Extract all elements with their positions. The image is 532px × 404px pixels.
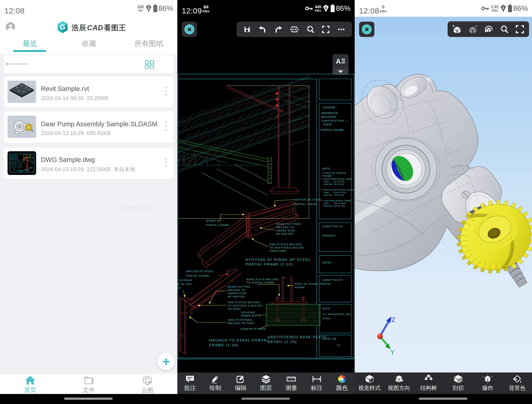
svg-text:HOLDING: HOLDING (241, 311, 255, 314)
svg-text:TIFFENER: TIFFENER (177, 279, 192, 282)
svg-text:BUILDING: BUILDING (322, 115, 336, 118)
svg-text:DATED :: DATED : (323, 261, 333, 264)
svg-text:NOTE :: NOTE : (323, 167, 332, 170)
svg-text:PORTAL FRAME (1:10): PORTAL FRAME (1:10) (246, 262, 293, 266)
svg-text:SHORT-SPAN PORTAL FRAME: SHORT-SPAN PORTAL FRAME (323, 178, 352, 180)
svg-text:STIFFING AT RIDGE OF STEEL: STIFFING AT RIDGE OF STEEL (246, 258, 311, 262)
svg-text:ADVANCED: ADVANCED (322, 112, 338, 115)
svg-text:UNDER SIDE: UNDER SIDE (228, 292, 247, 295)
svg-text:WELDED TO POST: WELDED TO POST (228, 322, 255, 325)
svg-text:DETAIL (1:10): DETAIL (1:10) (268, 340, 297, 344)
svg-text:SPAN : UP TO 15M: SPAN : UP TO 15M (323, 181, 344, 183)
svg-text:LONG-SPAN PORTAL FRAME: LONG-SPAN PORTAL FRAME (323, 200, 351, 202)
svg-text:TYPES OF PORTAL: TYPES OF PORTAL (323, 172, 347, 174)
svg-text:FRAME :: FRAME : (323, 175, 333, 177)
svg-text:G: G (60, 23, 65, 31)
svg-text:UNDER SIDE: UNDER SIDE (276, 229, 295, 232)
svg-text:IN MM: IN MM (323, 317, 330, 320)
svg-text:CONCRETE BASE: CONCRETE BASE (240, 327, 266, 330)
svg-text:TO RAFTERS & BOLTED: TO RAFTERS & BOLTED (228, 304, 263, 307)
svg-text:RIDGE OF: RIDGE OF (206, 219, 221, 222)
svg-text:Z: Z (392, 316, 395, 323)
svg-text:RAFTER OF STEEL: RAFTER OF STEEL (186, 270, 214, 273)
svg-text:WEB STIFFENER: WEB STIFFENER (228, 318, 252, 321)
svg-text:HAUNCH TO STEEL PORTAL: HAUNCH TO STEEL PORTAL (209, 338, 269, 342)
svg-text:03: 03 (337, 344, 340, 346)
svg-text:FRAME (1:10): FRAME (1:10) (209, 343, 238, 347)
svg-text:CONSTRUCTION - I: CONSTRUCTION - I (322, 119, 348, 122)
svg-text:PORTAL FRAME: PORTAL FRAME (321, 128, 344, 131)
svg-text:TOGETHER: TOGETHER (269, 250, 286, 252)
svg-text:TOPIC :: TOPIC : (323, 123, 334, 126)
svg-text:POST OF STEEL PORTAL: POST OF STEEL PORTAL (295, 282, 331, 285)
svg-text:Y: Y (390, 349, 395, 356)
svg-text:END PLATES WELDED: END PLATES WELDED (269, 243, 302, 246)
svg-text:SPACING : 3M TO 5M: SPACING : 3M TO 5M (323, 183, 344, 185)
svg-text:NOTE :: NOTE : (323, 307, 332, 310)
svg-text:TO RAFTERS & BOLTED: TO RAFTERS & BOLTED (269, 246, 304, 249)
svg-text:REMARKS :: REMARKS : (323, 234, 337, 237)
svg-text:SHEET NO :: SHEET NO : (323, 338, 338, 340)
svg-text:SUBMITTED TO :: SUBMITTED TO : (323, 225, 344, 228)
svg-text:PORTAL FRAME: PORTAL FRAME (186, 274, 209, 277)
svg-text:RAFTER OF STEEL: RAFTER OF STEEL (294, 198, 322, 201)
svg-text:TO POST: TO POST (228, 308, 241, 310)
svg-text:PORTAL FRAME: PORTAL FRAME (206, 224, 229, 226)
svg-text:SPACING : 4M TO 8M: SPACING : 4M TO 8M (323, 194, 344, 196)
svg-text:TO PORTAL FRAME: TO PORTAL FRAME (247, 281, 275, 284)
svg-text:BEAM CUTTINGS: BEAM CUTTINGS (276, 223, 301, 225)
svg-text:DOWN BOLTS: DOWN BOLTS (241, 314, 261, 317)
svg-text:ALL DIMENSIONS ARE: ALL DIMENSIONS ARE (323, 313, 351, 315)
svg-text:SPAN : 16M TO 35M: SPAN : 16M TO 35M (323, 192, 346, 193)
svg-text:BEAM CUTTING: BEAM CUTTING (228, 285, 251, 288)
svg-text:SPACING : 8M TO 12M: SPACING : 8M TO 12M (323, 205, 345, 207)
svg-text:OF RAFTER: OF RAFTER (276, 232, 294, 235)
svg-text:UNSTIFFENED BASE PLATE: UNSTIFFENED BASE PLATE (268, 335, 327, 339)
svg-text:MEDIUM-SPAN PORTAL FRAME: MEDIUM-SPAN PORTAL FRAME (323, 189, 354, 191)
svg-text:SUBMITTED BY :: SUBMITTED BY : (323, 279, 344, 281)
svg-text:ST: ST (177, 287, 181, 289)
svg-text:BASE PLATE WELDED: BASE PLATE WELDED (247, 278, 279, 281)
svg-text:COURSE :: COURSE : (323, 106, 338, 109)
svg-text:D TO TOP: D TO TOP (177, 283, 192, 286)
svg-text:END PLATES WELDED: END PLATES WELDED (228, 301, 260, 304)
svg-text:WELDED TO: WELDED TO (276, 226, 294, 229)
svg-text:OF RAFTER: OF RAFTER (228, 295, 245, 298)
svg-text:PORTAL FRAME: PORTAL FRAME (294, 203, 317, 205)
svg-text:FRAME: FRAME (295, 286, 305, 289)
svg-text:WELDED TO: WELDED TO (228, 289, 246, 291)
svg-text:SPAN : 36M TO 60M: SPAN : 36M TO 60M (323, 202, 346, 204)
